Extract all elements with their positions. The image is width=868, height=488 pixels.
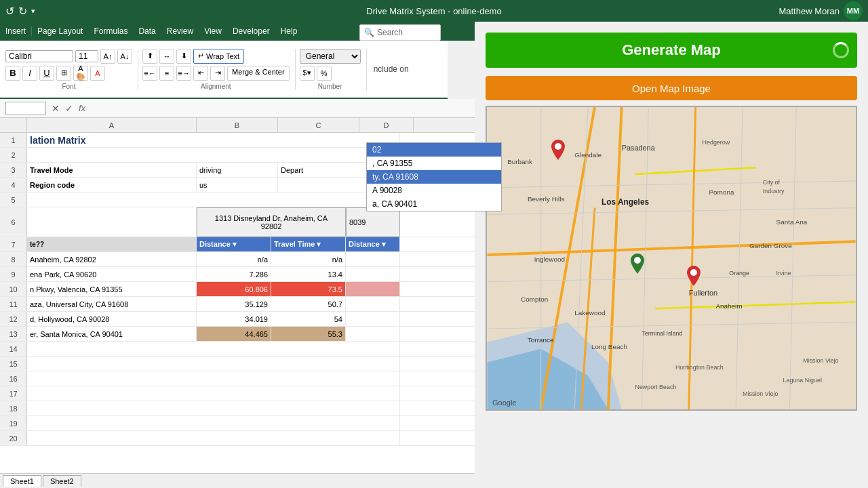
empty-cell[interactable] <box>27 148 400 162</box>
cell-reference-box[interactable] <box>5 102 46 115</box>
title-cell[interactable]: lation Matrix <box>27 133 400 147</box>
fill-color-button[interactable]: A🎨 <box>73 66 88 81</box>
time-cell[interactable]: 50.7 <box>271 297 346 311</box>
table-row: 19 <box>0 416 475 431</box>
addr-cell[interactable]: n Pkwy, Valencia, CA 91355 <box>27 282 197 296</box>
svg-point-46 <box>634 257 641 264</box>
dest-address-header[interactable] <box>27 207 197 237</box>
redo-icon[interactable]: ↻ <box>18 5 27 18</box>
align-middle-button[interactable]: ↔ <box>159 49 174 64</box>
addr-cell[interactable]: er, Santa Monica, CA 90401 <box>27 327 197 341</box>
region-code-label[interactable]: Region code <box>27 178 197 192</box>
tab-review[interactable]: Review <box>161 26 199 36</box>
travel-mode-label[interactable]: Travel Mode <box>27 163 197 177</box>
number-format-select[interactable]: General Number Currency <box>300 49 361 64</box>
font-color-button[interactable]: A <box>90 66 105 81</box>
decrease-indent-button[interactable]: ⇤ <box>193 66 208 81</box>
dist-cell[interactable]: n/a <box>197 252 271 266</box>
border-button[interactable]: ⊞ <box>56 66 71 81</box>
dist2-cell[interactable] <box>346 282 400 296</box>
col-a-header[interactable]: A <box>27 118 197 132</box>
travel-mode-value[interactable]: driving <box>197 163 278 177</box>
distance-col-header[interactable]: Distance ▾ <box>197 237 271 251</box>
dist2-cell[interactable] <box>346 252 400 266</box>
confirm-icon[interactable]: ✓ <box>65 103 73 114</box>
dist-cell[interactable]: 34.019 <box>197 312 271 326</box>
italic-button[interactable]: I <box>22 66 37 81</box>
time-cell[interactable]: n/a <box>271 252 346 266</box>
quick-access-icon[interactable]: ▾ <box>31 7 35 16</box>
empty-cell-2[interactable] <box>27 192 400 207</box>
underline-button[interactable]: U <box>39 66 54 81</box>
autocomplete-dropdown[interactable]: 02 , CA 91355 ty, CA 91608 A 90028 a, CA… <box>366 142 502 211</box>
dist2-cell[interactable] <box>346 312 400 326</box>
time-cell-red[interactable]: 73.5 <box>271 282 346 296</box>
map-pin-green[interactable] <box>631 253 644 277</box>
dest-address-cell[interactable]: 1313 Disneyland Dr, Anaheim, CA 92802 <box>197 207 346 237</box>
travel-time-col-header[interactable]: Travel Time ▾ <box>271 237 346 251</box>
align-bottom-button[interactable]: ⬇ <box>176 49 191 64</box>
region-code-value[interactable]: us <box>197 178 278 192</box>
ac-item-1[interactable]: 02 <box>367 143 501 157</box>
font-size-input[interactable] <box>75 50 98 62</box>
col-b-header[interactable]: B <box>197 118 278 132</box>
font-name-input[interactable] <box>5 50 73 62</box>
cancel-icon[interactable]: ✕ <box>52 103 60 114</box>
undo-icon[interactable]: ↺ <box>5 5 14 18</box>
undo-redo-area[interactable]: ↺ ↻ ▾ <box>5 5 35 18</box>
search-box[interactable]: 🔍 Search <box>359 24 441 41</box>
align-right-button[interactable]: ≡→ <box>176 66 191 81</box>
col-d-header[interactable]: D <box>359 118 414 132</box>
dest-code[interactable]: 8039 <box>346 207 400 237</box>
dist2-cell[interactable] <box>346 267 400 281</box>
ac-item-2[interactable]: , CA 91355 <box>367 157 501 170</box>
time-cell-tan[interactable]: 55.3 <box>271 327 346 341</box>
open-map-image-button[interactable]: Open Map Image <box>486 76 857 100</box>
tab-insert[interactable]: Insert <box>0 26 32 36</box>
addr-cell[interactable]: ena Park, CA 90620 <box>27 267 197 281</box>
time-cell[interactable]: 54 <box>271 312 346 326</box>
percent-button[interactable]: % <box>317 66 332 81</box>
dist-cell-red[interactable]: 60.806 <box>197 282 271 296</box>
increase-font-button[interactable]: A↑ <box>100 49 115 64</box>
generate-map-button[interactable]: Generate Map <box>486 33 857 68</box>
tab-view[interactable]: View <box>199 26 227 36</box>
dist-cell[interactable]: 7.286 <box>197 267 271 281</box>
formula-input[interactable] <box>91 104 469 113</box>
tab-help[interactable]: Help <box>275 26 303 36</box>
align-left-button[interactable]: ≡← <box>142 66 157 81</box>
ac-item-5[interactable]: a, CA 90401 <box>367 197 501 211</box>
tab-formulas[interactable]: Formulas <box>88 26 133 36</box>
map-pin-red-1[interactable] <box>551 140 565 163</box>
bold-button[interactable]: B <box>5 66 20 81</box>
table-row: 18 <box>0 401 475 416</box>
addr-cell[interactable]: aza, Universal City, CA 91608 <box>27 297 197 311</box>
align-center-button[interactable]: ≡ <box>159 66 174 81</box>
dist2-cell[interactable] <box>346 297 400 311</box>
align-top-button[interactable]: ⬆ <box>142 49 157 64</box>
tab-page-layout[interactable]: Page Layout <box>32 26 88 36</box>
map-pin-red-2[interactable] <box>687 266 701 289</box>
sheet-tab-2[interactable]: Sheet2 <box>43 475 81 487</box>
decrease-font-button[interactable]: A↓ <box>117 49 132 64</box>
sheet-tab-1[interactable]: Sheet1 <box>3 475 41 487</box>
svg-point-47 <box>690 269 697 276</box>
tab-developer[interactable]: Developer <box>227 26 275 36</box>
dist-cell-tan[interactable]: 44.465 <box>197 327 271 341</box>
dist2-cell[interactable] <box>346 327 400 341</box>
col-c-header[interactable]: C <box>278 118 359 132</box>
dist2-col-header[interactable]: Distance ▾ <box>346 237 400 251</box>
addr-cell[interactable]: d, Hollywood, CA 90028 <box>27 312 197 326</box>
function-icon[interactable]: fx <box>79 103 85 113</box>
time-cell[interactable]: 13.4 <box>271 267 346 281</box>
dist-cell[interactable]: 35.129 <box>197 297 271 311</box>
addr-cell[interactable]: Anaheim, CA 92802 <box>27 252 197 266</box>
merge-center-button[interactable]: Merge & Center <box>227 66 290 81</box>
address-col-header[interactable]: te?? <box>27 237 197 251</box>
increase-indent-button[interactable]: ⇥ <box>210 66 225 81</box>
ac-item-3[interactable]: ty, CA 91608 <box>367 170 501 184</box>
currency-button[interactable]: $▾ <box>300 66 315 81</box>
wrap-text-button[interactable]: ↵ Wrap Text <box>193 49 244 64</box>
ac-item-4[interactable]: A 90028 <box>367 184 501 197</box>
tab-data[interactable]: Data <box>133 26 161 36</box>
